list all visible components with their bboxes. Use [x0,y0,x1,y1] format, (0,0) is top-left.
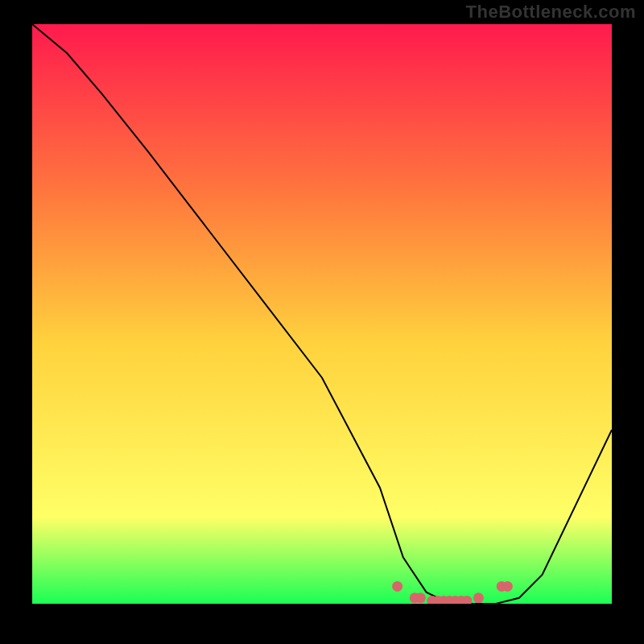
marker-dot [392,581,402,592]
marker-dot [415,592,426,603]
chart-svg [32,24,612,604]
watermark: TheBottleneck.com [466,2,636,23]
frame: TheBottleneck.com [0,0,644,644]
marker-dot [473,592,484,603]
gradient-background [32,24,612,604]
marker-dot [502,581,513,592]
plot-area [32,24,612,604]
